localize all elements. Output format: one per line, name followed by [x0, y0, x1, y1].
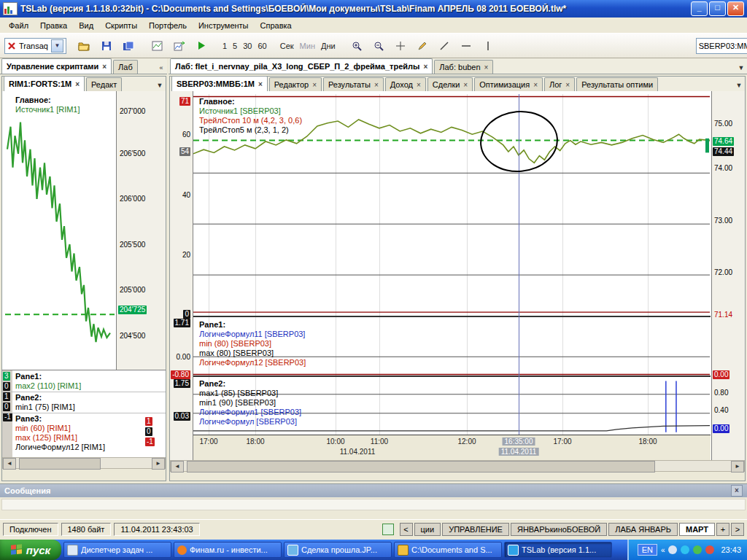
close-tab-icon[interactable]: ×: [533, 81, 538, 89]
task-tslab[interactable]: TSLab (версия 1.1...: [504, 542, 612, 558]
scroll-left-icon[interactable]: ◄: [3, 458, 16, 470]
close-tab-icon[interactable]: ×: [463, 81, 468, 89]
timeframe-30-button[interactable]: 30: [240, 42, 255, 50]
new-chart-button[interactable]: [147, 36, 169, 55]
close-tab-icon[interactable]: ×: [374, 81, 379, 89]
doc-tab-script-manager[interactable]: Управление скриптами ×: [1, 58, 112, 74]
tabstrip-dropdown-icon[interactable]: ▼: [735, 62, 747, 74]
tab-editor[interactable]: Редактор×: [269, 77, 322, 91]
save-all-icon: [123, 41, 134, 51]
scroll-right-icon[interactable]: ►: [731, 461, 744, 472]
run-script-button[interactable]: [190, 36, 212, 55]
tab-optimization[interactable]: Оптимизация×: [474, 77, 543, 91]
maximize-button[interactable]: □: [709, 1, 726, 16]
close-tab-icon[interactable]: ×: [75, 80, 80, 88]
transaq-combo[interactable]: Transaq ▼: [4, 38, 66, 54]
task-finam-browser[interactable]: Финам.ru - инвести...: [174, 542, 282, 558]
unit-day-button[interactable]: Дни: [318, 42, 338, 50]
timeframe-1-button[interactable]: 1: [220, 42, 230, 50]
timeframe-60-button[interactable]: 60: [255, 42, 269, 50]
close-tab-icon[interactable]: ×: [102, 63, 107, 71]
sberp-hscrollbar[interactable]: ◄ ►: [170, 460, 745, 472]
time-axis: 17:00 18:00 10:00 11:00 12:00 16:35:00 1…: [193, 435, 711, 460]
tab-log[interactable]: Лог×: [544, 77, 575, 91]
doc-tab-lab-partial[interactable]: Лаб: [113, 60, 138, 74]
transaq-label: Transaq: [19, 42, 48, 50]
sberp-plot-area: Главное: Источник1 [SBERP03] ТрейлСтоп 1…: [193, 91, 711, 460]
doc-tab-buben[interactable]: Лаб: buben ×: [434, 60, 493, 74]
close-tab-icon[interactable]: ×: [423, 63, 427, 71]
scroll-thumb[interactable]: [187, 461, 655, 472]
close-tab-icon[interactable]: ×: [484, 63, 489, 71]
export-chart-button[interactable]: [169, 36, 190, 55]
ws-tab-mart[interactable]: МАРТ: [679, 523, 715, 536]
menu-portfolio[interactable]: Портфель: [143, 19, 193, 32]
task-explorer[interactable]: C:\Documents and S...: [394, 542, 502, 558]
close-tab-icon[interactable]: ×: [565, 81, 570, 89]
workspace-add-button[interactable]: +: [716, 523, 729, 536]
panel-tabs-dropdown-icon[interactable]: ▼: [733, 79, 745, 91]
tab-sberp03-chart[interactable]: SBERP03:ММВБ:1M×: [171, 76, 268, 91]
rim1-hscrollbar[interactable]: ◄ ►: [2, 457, 166, 469]
ws-tab-laba-yanvar[interactable]: ЛАБА ЯНВАРЬ: [608, 523, 678, 536]
messages-close-icon[interactable]: ×: [731, 485, 743, 497]
ws-tab-upravlenie[interactable]: УПРАВЛЕНИЕ: [442, 523, 509, 536]
window-title: TSLab (версия 1.1.18.0:32bit) - C:\Docum…: [20, 4, 689, 14]
save-button[interactable]: [96, 36, 117, 55]
lab-tabstrip: Лаб: flet_i_nervnay_pila_X3_long_СБЕР_П_…: [169, 58, 747, 74]
scroll-thumb[interactable]: [19, 458, 101, 470]
tab-opt-results[interactable]: Результаты оптими: [576, 77, 658, 91]
tab-income[interactable]: Доход×: [385, 77, 426, 91]
panel-tabs-dropdown-icon[interactable]: ▼: [154, 79, 166, 91]
close-tab-icon[interactable]: ×: [312, 81, 317, 89]
scroll-right-icon[interactable]: ►: [152, 458, 165, 470]
language-indicator[interactable]: EN: [638, 544, 657, 556]
tab-rim1-chart[interactable]: RIM1:FORTS:1M ×: [4, 76, 85, 91]
task-image-viewer[interactable]: Сделка прошла.JP...: [284, 542, 392, 558]
save-all-button[interactable]: [117, 36, 139, 55]
tray-collapse-icon[interactable]: «: [661, 546, 665, 554]
journal-icon[interactable]: [382, 524, 394, 535]
tray-icon-green[interactable]: [693, 545, 702, 554]
crosshair-tool-button[interactable]: [390, 36, 411, 55]
tab-rim1-editor[interactable]: Редакт: [86, 77, 122, 91]
scroll-left-icon[interactable]: ◄: [171, 461, 184, 472]
tabstrip-scroll-icon[interactable]: «: [155, 62, 167, 74]
transaq-dropdown-icon[interactable]: ▼: [51, 39, 63, 52]
tab-results[interactable]: Результаты×: [323, 77, 384, 91]
unit-sec-button[interactable]: Сек: [277, 42, 297, 50]
menu-view[interactable]: Вид: [73, 19, 99, 32]
close-button[interactable]: ✕: [727, 1, 744, 16]
workspace-prev-button[interactable]: <: [400, 523, 413, 536]
menu-help[interactable]: Справка: [255, 19, 298, 32]
start-button[interactable]: пуск: [0, 540, 61, 560]
horizontal-line-tool-button[interactable]: [455, 36, 477, 55]
close-tab-icon[interactable]: ×: [417, 81, 421, 89]
pencil-tool-button[interactable]: [411, 36, 433, 55]
ws-tab-tsii[interactable]: ции: [414, 523, 441, 536]
menu-scripts[interactable]: Скрипты: [99, 19, 143, 32]
doc-tab-strategy[interactable]: Лаб: flet_i_nervnay_pila_X3_long_СБЕР_П_…: [170, 58, 433, 74]
vertical-line-tool-button[interactable]: [477, 36, 499, 55]
instrument-combo[interactable]: SBERP03:ММВБ ▼: [696, 38, 747, 54]
menu-instruments[interactable]: Инструменты: [193, 19, 255, 32]
tab-trades[interactable]: Сделки×: [427, 77, 473, 91]
workspace-next-button[interactable]: >: [731, 523, 744, 536]
timeframe-5-button[interactable]: 5: [230, 42, 240, 50]
zoom-out-button[interactable]: [368, 36, 390, 55]
crosshair-time-badge: 16:35:00: [503, 438, 535, 446]
rim1-chart-canvas[interactable]: [5, 94, 115, 370]
task-taskmgr[interactable]: Диспетчер задач ...: [63, 542, 171, 558]
menu-file[interactable]: Файл: [3, 19, 34, 32]
tray-icon-blue[interactable]: [681, 545, 689, 554]
trend-line-tool-button[interactable]: [433, 36, 455, 55]
open-button[interactable]: [74, 36, 96, 55]
tray-icon-red[interactable]: [705, 545, 714, 554]
zoom-in-button[interactable]: [346, 36, 368, 55]
tray-icon-gray[interactable]: [668, 545, 677, 554]
close-tab-icon[interactable]: ×: [258, 80, 263, 88]
ws-tab-yanvarkino[interactable]: ЯНВАРЬкиноБОЕВОЙ: [511, 523, 607, 536]
menu-edit[interactable]: Правка: [34, 19, 73, 32]
unit-min-button[interactable]: Мин: [297, 42, 318, 50]
minimize-button[interactable]: _: [691, 1, 708, 16]
